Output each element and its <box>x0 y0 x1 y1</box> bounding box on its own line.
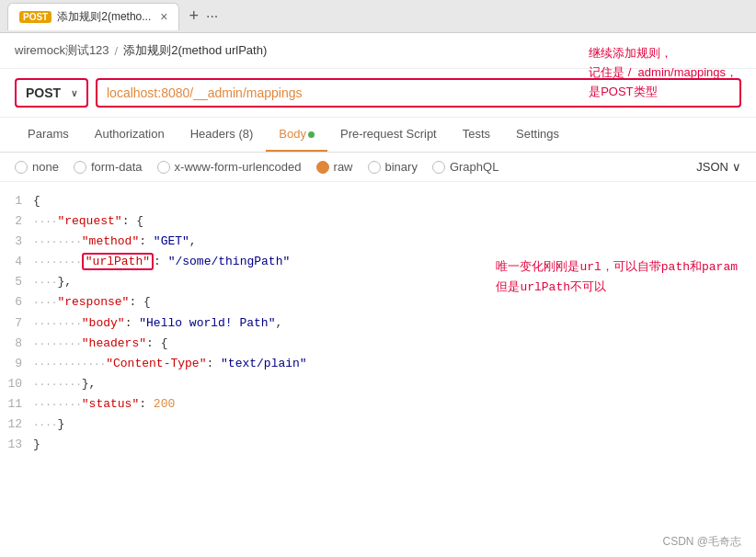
tab-title: 添加规则2(metho... <box>57 9 151 25</box>
json-chevron-icon: ∨ <box>732 160 741 174</box>
line-num-10: 10 <box>0 374 33 394</box>
line-num-6: 6 <box>0 292 33 313</box>
tab-close-icon[interactable]: × <box>160 9 167 24</box>
code-line-11: 11 ········"status": 200 <box>0 394 756 415</box>
footer-watermark: CSDN @毛奇志 <box>662 534 741 550</box>
tab-method-badge: POST <box>19 11 52 23</box>
tab-settings[interactable]: Settings <box>503 118 572 152</box>
body-type-raw-label: raw <box>334 160 353 174</box>
line-num-7: 7 <box>0 313 33 334</box>
code-line-12: 12 ····} <box>0 415 756 435</box>
body-type-form-data[interactable]: form-data <box>74 160 143 174</box>
annotation-line3: 是POST类型 <box>589 83 738 102</box>
method-chevron-icon: ∨ <box>71 88 77 98</box>
nav-tabs: Params Authorization Headers (8) Body Pr… <box>0 118 756 153</box>
code-line-9: 9 ············"Content-Type": "text/plai… <box>0 354 756 374</box>
body-type-urlencoded[interactable]: x-www-form-urlencoded <box>157 160 302 174</box>
body-type-bar: none form-data x-www-form-urlencoded raw… <box>0 153 756 182</box>
line-num-3: 3 <box>0 232 33 252</box>
radio-urlencoded <box>157 161 170 174</box>
code-editor[interactable]: 1 { 2 ····"request": { 3 ········"method… <box>0 182 756 464</box>
footer-text: CSDN @毛奇志 <box>662 535 741 548</box>
radio-raw <box>316 161 329 174</box>
active-tab[interactable]: POST 添加规则2(metho... × <box>7 3 179 30</box>
body-type-raw[interactable]: raw <box>316 160 353 174</box>
inline-annotation-line2: 但是urlPath不可以 <box>496 278 738 298</box>
tab-params[interactable]: Params <box>15 118 82 152</box>
code-line-7: 7 ········"body": "Hello world! Path", <box>0 313 756 334</box>
line-num-5: 5 <box>0 272 33 292</box>
radio-form-data <box>74 161 86 174</box>
more-tabs-button[interactable]: ··· <box>202 8 222 25</box>
json-format-dropdown[interactable]: JSON ∨ <box>696 160 741 174</box>
line-num-2: 2 <box>0 211 33 232</box>
code-line-10: 10 ········}, <box>0 374 756 394</box>
line-num-1: 1 <box>0 191 33 211</box>
tab-tests[interactable]: Tests <box>450 118 503 152</box>
code-line-3: 3 ········"method": "GET", <box>0 232 756 252</box>
radio-none <box>15 161 28 174</box>
body-type-none[interactable]: none <box>15 160 59 174</box>
code-line-8: 8 ········"headers": { <box>0 334 756 354</box>
body-type-graphql[interactable]: GraphQL <box>432 160 498 174</box>
code-line-13: 13 } <box>0 435 756 455</box>
method-dropdown[interactable]: POST ∨ <box>15 78 88 108</box>
inline-code-annotation: 唯一变化刚刚是url，可以自带path和param 但是urlPath不可以 <box>496 257 738 298</box>
inline-annotation-line1: 唯一变化刚刚是url，可以自带path和param <box>496 257 738 278</box>
tab-headers[interactable]: Headers (8) <box>178 118 267 152</box>
line-num-9: 9 <box>0 354 33 374</box>
line-num-12: 12 <box>0 415 33 435</box>
code-line-2: 2 ····"request": { <box>0 211 756 232</box>
body-type-form-data-label: form-data <box>91 160 143 174</box>
body-type-urlencoded-label: x-www-form-urlencoded <box>175 160 302 174</box>
body-active-dot <box>308 131 315 138</box>
annotation-line1: 继续添加规则， <box>589 44 738 63</box>
body-type-graphql-label: GraphQL <box>450 160 498 174</box>
tab-authorization[interactable]: Authorization <box>82 118 178 152</box>
body-type-binary[interactable]: binary <box>368 160 418 174</box>
breadcrumb-separator: / <box>115 44 119 58</box>
breadcrumb-current: 添加规则2(method urlPath) <box>123 42 267 59</box>
annotation-top-right: 继续添加规则， 记住是 /_admin/mappings， 是POST类型 <box>589 44 738 101</box>
tab-bar: POST 添加规则2(metho... × + ··· <box>0 0 756 33</box>
tab-prerequest[interactable]: Pre-request Script <box>327 118 450 152</box>
annotation-line2: 记住是 /_admin/mappings， <box>589 63 738 83</box>
tab-body[interactable]: Body <box>266 118 327 152</box>
method-label: POST <box>26 85 61 100</box>
body-type-none-label: none <box>32 160 59 174</box>
line-num-4: 4 <box>0 252 33 272</box>
radio-graphql <box>432 161 445 174</box>
json-format-label: JSON <box>696 160 728 174</box>
breadcrumb: wiremock测试123 / 添加规则2(method urlPath) 继续… <box>0 33 756 69</box>
body-type-binary-label: binary <box>385 160 418 174</box>
code-line-1: 1 { <box>0 191 756 211</box>
line-num-13: 13 <box>0 435 33 455</box>
radio-binary <box>368 161 381 174</box>
new-tab-button[interactable]: + <box>185 6 202 26</box>
breadcrumb-parent[interactable]: wiremock测试123 <box>15 42 109 59</box>
line-num-8: 8 <box>0 334 33 354</box>
line-num-11: 11 <box>0 394 33 415</box>
